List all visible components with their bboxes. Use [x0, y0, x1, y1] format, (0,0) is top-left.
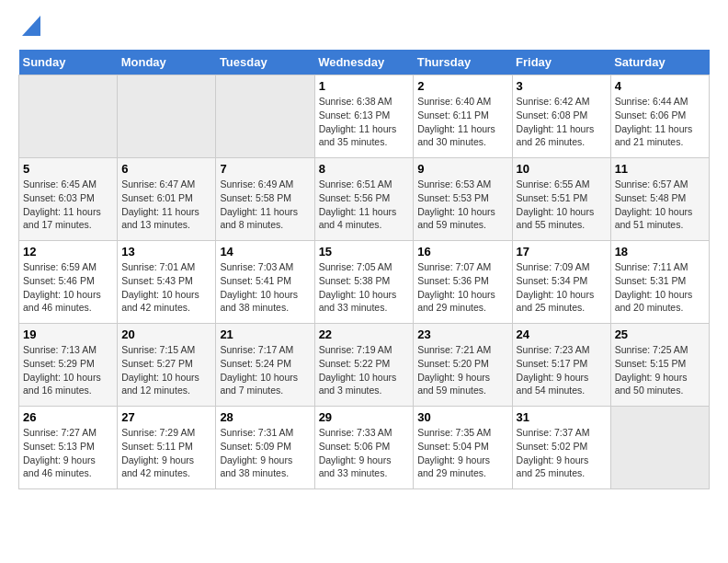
- week-row-1: 1Sunrise: 6:38 AM Sunset: 6:13 PM Daylig…: [19, 75, 710, 158]
- calendar-cell: [19, 75, 118, 158]
- logo-icon: [22, 10, 40, 36]
- day-number: 15: [319, 245, 410, 259]
- day-info: Sunrise: 7:33 AM Sunset: 5:06 PM Dayligh…: [319, 426, 410, 480]
- calendar-cell: 13Sunrise: 7:01 AM Sunset: 5:43 PM Dayli…: [118, 241, 216, 324]
- week-row-3: 12Sunrise: 6:59 AM Sunset: 5:46 PM Dayli…: [19, 241, 710, 324]
- day-number: 5: [23, 162, 113, 176]
- day-number: 9: [417, 162, 507, 176]
- day-number: 2: [417, 79, 507, 93]
- svg-marker-0: [22, 16, 40, 36]
- header-wednesday: Wednesday: [314, 50, 414, 75]
- day-number: 24: [517, 327, 607, 341]
- day-info: Sunrise: 6:40 AM Sunset: 6:11 PM Dayligh…: [417, 95, 507, 149]
- day-info: Sunrise: 7:21 AM Sunset: 5:20 PM Dayligh…: [417, 343, 507, 397]
- calendar-cell: 26Sunrise: 7:27 AM Sunset: 5:13 PM Dayli…: [19, 407, 118, 489]
- calendar-cell: 14Sunrise: 7:03 AM Sunset: 5:41 PM Dayli…: [216, 241, 314, 324]
- day-info: Sunrise: 6:49 AM Sunset: 5:58 PM Dayligh…: [220, 178, 310, 232]
- day-info: Sunrise: 7:01 AM Sunset: 5:43 PM Dayligh…: [121, 260, 211, 315]
- calendar-cell: 16Sunrise: 7:07 AM Sunset: 5:36 PM Dayli…: [414, 241, 512, 324]
- calendar-cell: 27Sunrise: 7:29 AM Sunset: 5:11 PM Dayli…: [118, 407, 216, 489]
- calendar-cell: 23Sunrise: 7:21 AM Sunset: 5:20 PM Dayli…: [414, 324, 512, 407]
- calendar-cell: 3Sunrise: 6:42 AM Sunset: 6:08 PM Daylig…: [512, 75, 610, 158]
- day-number: 8: [319, 162, 410, 176]
- calendar-cell: 25Sunrise: 7:25 AM Sunset: 5:15 PM Dayli…: [610, 324, 709, 407]
- day-number: 31: [517, 410, 607, 424]
- day-info: Sunrise: 6:44 AM Sunset: 6:06 PM Dayligh…: [615, 95, 705, 149]
- day-number: 25: [615, 327, 705, 341]
- calendar-cell: 24Sunrise: 7:23 AM Sunset: 5:17 PM Dayli…: [512, 324, 610, 407]
- day-number: 19: [23, 327, 113, 341]
- day-info: Sunrise: 7:17 AM Sunset: 5:24 PM Dayligh…: [220, 343, 310, 397]
- day-number: 26: [23, 410, 113, 424]
- calendar-cell: 12Sunrise: 6:59 AM Sunset: 5:46 PM Dayli…: [19, 241, 118, 324]
- day-info: Sunrise: 6:59 AM Sunset: 5:46 PM Dayligh…: [23, 260, 113, 315]
- day-info: Sunrise: 7:09 AM Sunset: 5:34 PM Dayligh…: [517, 260, 607, 315]
- calendar-header-row: SundayMondayTuesdayWednesdayThursdayFrid…: [19, 50, 710, 75]
- header-monday: Monday: [118, 50, 216, 75]
- page-header: [18, 18, 710, 40]
- week-row-5: 26Sunrise: 7:27 AM Sunset: 5:13 PM Dayli…: [19, 407, 710, 489]
- day-info: Sunrise: 7:07 AM Sunset: 5:36 PM Dayligh…: [417, 260, 507, 315]
- header-saturday: Saturday: [610, 50, 709, 75]
- calendar-cell: 4Sunrise: 6:44 AM Sunset: 6:06 PM Daylig…: [610, 75, 709, 158]
- day-number: 3: [517, 79, 607, 93]
- day-number: 27: [121, 410, 211, 424]
- calendar-cell: 5Sunrise: 6:45 AM Sunset: 6:03 PM Daylig…: [19, 158, 118, 241]
- calendar-cell: 17Sunrise: 7:09 AM Sunset: 5:34 PM Dayli…: [512, 241, 610, 324]
- day-number: 18: [615, 245, 705, 259]
- calendar-cell: 21Sunrise: 7:17 AM Sunset: 5:24 PM Dayli…: [216, 324, 314, 407]
- day-info: Sunrise: 7:29 AM Sunset: 5:11 PM Dayligh…: [121, 426, 211, 480]
- calendar-cell: 28Sunrise: 7:31 AM Sunset: 5:09 PM Dayli…: [216, 407, 314, 489]
- day-number: 7: [220, 162, 310, 176]
- calendar-cell: 2Sunrise: 6:40 AM Sunset: 6:11 PM Daylig…: [414, 75, 512, 158]
- calendar-cell: 10Sunrise: 6:55 AM Sunset: 5:51 PM Dayli…: [512, 158, 610, 241]
- day-info: Sunrise: 7:37 AM Sunset: 5:02 PM Dayligh…: [517, 426, 607, 480]
- day-info: Sunrise: 6:47 AM Sunset: 6:01 PM Dayligh…: [121, 178, 211, 232]
- day-info: Sunrise: 7:27 AM Sunset: 5:13 PM Dayligh…: [23, 426, 113, 480]
- calendar-cell: 20Sunrise: 7:15 AM Sunset: 5:27 PM Dayli…: [118, 324, 216, 407]
- day-info: Sunrise: 6:53 AM Sunset: 5:53 PM Dayligh…: [417, 178, 507, 232]
- day-number: 13: [121, 245, 211, 259]
- calendar-cell: 1Sunrise: 6:38 AM Sunset: 6:13 PM Daylig…: [314, 75, 414, 158]
- day-info: Sunrise: 7:15 AM Sunset: 5:27 PM Dayligh…: [121, 343, 211, 397]
- day-info: Sunrise: 6:55 AM Sunset: 5:51 PM Dayligh…: [517, 178, 607, 232]
- day-number: 14: [220, 245, 310, 259]
- day-number: 29: [319, 410, 410, 424]
- day-info: Sunrise: 7:11 AM Sunset: 5:31 PM Dayligh…: [615, 260, 705, 315]
- header-sunday: Sunday: [19, 50, 118, 75]
- day-info: Sunrise: 6:45 AM Sunset: 6:03 PM Dayligh…: [23, 178, 113, 232]
- calendar-cell: 31Sunrise: 7:37 AM Sunset: 5:02 PM Dayli…: [512, 407, 610, 489]
- day-info: Sunrise: 6:38 AM Sunset: 6:13 PM Dayligh…: [319, 95, 410, 149]
- calendar-cell: 22Sunrise: 7:19 AM Sunset: 5:22 PM Dayli…: [314, 324, 414, 407]
- day-number: 6: [121, 162, 211, 176]
- calendar-cell: [118, 75, 216, 158]
- calendar-cell: 30Sunrise: 7:35 AM Sunset: 5:04 PM Dayli…: [414, 407, 512, 489]
- calendar-cell: 9Sunrise: 6:53 AM Sunset: 5:53 PM Daylig…: [414, 158, 512, 241]
- calendar-cell: 7Sunrise: 6:49 AM Sunset: 5:58 PM Daylig…: [216, 158, 314, 241]
- day-info: Sunrise: 7:23 AM Sunset: 5:17 PM Dayligh…: [517, 343, 607, 397]
- calendar-cell: 6Sunrise: 6:47 AM Sunset: 6:01 PM Daylig…: [118, 158, 216, 241]
- day-number: 30: [417, 410, 507, 424]
- calendar-cell: 11Sunrise: 6:57 AM Sunset: 5:48 PM Dayli…: [610, 158, 709, 241]
- calendar-cell: 15Sunrise: 7:05 AM Sunset: 5:38 PM Dayli…: [314, 241, 414, 324]
- day-number: 11: [615, 162, 705, 176]
- day-info: Sunrise: 7:25 AM Sunset: 5:15 PM Dayligh…: [615, 343, 705, 397]
- day-info: Sunrise: 7:03 AM Sunset: 5:41 PM Dayligh…: [220, 260, 310, 315]
- day-info: Sunrise: 6:42 AM Sunset: 6:08 PM Dayligh…: [517, 95, 607, 149]
- day-number: 28: [220, 410, 310, 424]
- day-number: 17: [517, 245, 607, 259]
- day-info: Sunrise: 7:05 AM Sunset: 5:38 PM Dayligh…: [319, 260, 410, 315]
- day-info: Sunrise: 6:51 AM Sunset: 5:56 PM Dayligh…: [319, 178, 410, 232]
- day-info: Sunrise: 7:19 AM Sunset: 5:22 PM Dayligh…: [319, 343, 410, 397]
- day-number: 23: [417, 327, 507, 341]
- day-info: Sunrise: 7:35 AM Sunset: 5:04 PM Dayligh…: [417, 426, 507, 480]
- week-row-2: 5Sunrise: 6:45 AM Sunset: 6:03 PM Daylig…: [19, 158, 710, 241]
- header-friday: Friday: [512, 50, 610, 75]
- header-tuesday: Tuesday: [216, 50, 314, 75]
- calendar-table: SundayMondayTuesdayWednesdayThursdayFrid…: [18, 50, 710, 489]
- header-thursday: Thursday: [414, 50, 512, 75]
- day-info: Sunrise: 6:57 AM Sunset: 5:48 PM Dayligh…: [615, 178, 705, 232]
- day-number: 16: [417, 245, 507, 259]
- day-number: 10: [517, 162, 607, 176]
- day-number: 22: [319, 327, 410, 341]
